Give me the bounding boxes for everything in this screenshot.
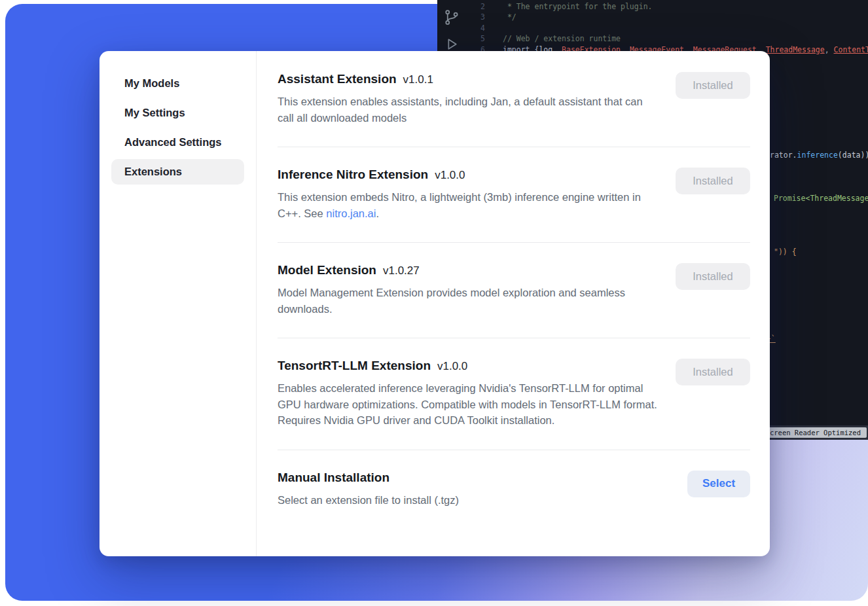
code-line: 5 // Web / extension runtime [437,33,868,44]
code-fragment: rator.inference(data)); [770,151,868,160]
extension-title: Manual Installation [278,471,389,484]
extension-row: TensortRT-LLM Extensionv1.0.0 Enables ac… [278,338,750,450]
extension-title: Model Extension [278,263,376,277]
extension-title-row: Assistant Extensionv1.0.1 [278,72,660,86]
extension-version: v1.0.1 [403,73,433,86]
sidebar-item-my-models[interactable]: My Models [111,71,244,96]
code-line: 4 [437,23,868,33]
installed-button[interactable]: Installed [676,168,750,194]
sidebar-item-extensions[interactable]: Extensions [111,159,244,185]
extension-title-row: Inference Nitro Extensionv1.0.0 [278,168,660,182]
extension-title: Inference Nitro Extension [278,168,428,181]
sidebar-item-my-settings[interactable]: My Settings [111,100,244,126]
sidebar-item-advanced-settings[interactable]: Advanced Settings [111,130,244,155]
code-line: 2 * The entrypoint for the plugin. [437,1,868,12]
manual-installation-row: Manual Installation Select an extension … [278,450,750,529]
installed-button[interactable]: Installed [676,263,750,290]
extension-version: v1.0.27 [383,264,420,277]
extension-title-row: Manual Installation [278,471,459,485]
settings-sidebar: My Models My Settings Advanced Settings … [99,51,257,556]
extension-row: Model Extensionv1.0.27 Model Management … [278,243,750,338]
extension-row: Assistant Extensionv1.0.1 This extension… [278,72,750,147]
line-number: 2 [437,1,485,12]
installed-button[interactable]: Installed [676,72,750,99]
extension-description: This extension enables assistants, inclu… [278,94,660,126]
code-lines: 2 * The entrypoint for the plugin. 3 */ … [437,1,868,55]
select-file-button[interactable]: Select [687,471,750,497]
line-number: 5 [437,33,485,44]
extension-title: TensortRT-LLM Extension [278,359,431,372]
screen-reader-status-button[interactable]: Screen Reader Optimized [760,427,867,438]
nitro-link[interactable]: nitro.jan.ai [326,207,376,219]
code-fragment: Promise<ThreadMessage> [774,194,868,203]
extension-row: Inference Nitro Extensionv1.0.0 This ext… [278,147,750,243]
code-fragment: ")) { [774,247,797,257]
extension-title: Assistant Extension [278,72,397,86]
extension-title-row: TensortRT-LLM Extensionv1.0.0 [278,359,660,373]
extension-version: v1.0.0 [435,169,465,181]
installed-button[interactable]: Installed [676,359,750,385]
code-line: 3 */ [437,12,868,22]
extension-title-row: Model Extensionv1.0.27 [278,263,660,277]
settings-modal: My Models My Settings Advanced Settings … [99,51,770,556]
extension-description: Select an extension file to install (.tg… [278,492,459,508]
extension-description: Model Management Extension provides mode… [278,285,660,317]
extensions-panel: Assistant Extensionv1.0.1 This extension… [257,51,770,556]
extension-description: This extension embeds Nitro, a lightweig… [278,189,660,221]
extension-version: v1.0.0 [437,360,467,372]
line-number: 4 [437,23,485,33]
extension-description: Enables accelerated inference leveraging… [278,380,660,429]
line-number: 3 [437,12,485,22]
